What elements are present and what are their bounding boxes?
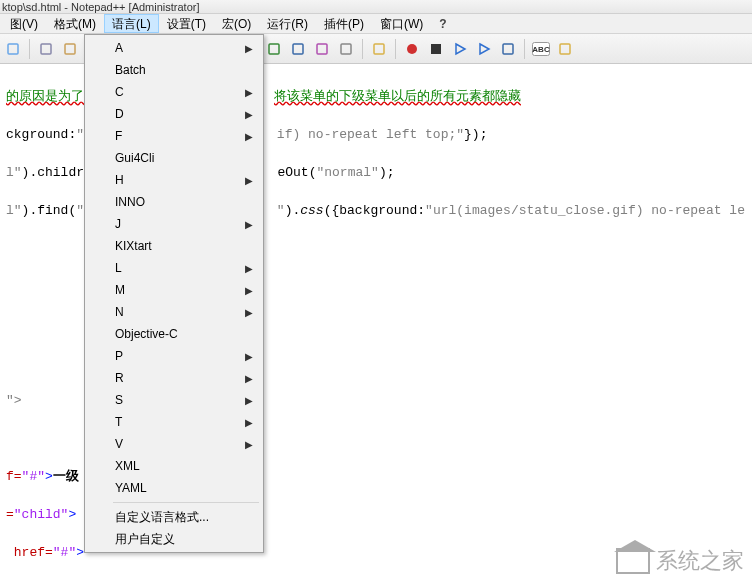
menu-item-5[interactable]: 运行(R): [259, 14, 316, 33]
lang-item-Gui4Cli[interactable]: Gui4Cli: [87, 147, 261, 169]
submenu-arrow-icon: ▶: [245, 439, 253, 450]
lang-item-R[interactable]: R▶: [87, 367, 261, 389]
lang-item-T[interactable]: T▶: [87, 411, 261, 433]
watermark-text: 系统之家: [656, 546, 744, 576]
spellcheck-button[interactable]: ABC: [530, 38, 552, 60]
toolbar-separator: [29, 39, 30, 59]
svg-rect-12: [341, 44, 351, 54]
play-multi-button[interactable]: [473, 38, 495, 60]
house-icon: [616, 548, 650, 574]
dropdown-item-label: XML: [115, 459, 140, 473]
indent-guide-icon: [339, 42, 353, 56]
dropdown-item-label: D: [115, 107, 124, 121]
lang-item-YAML[interactable]: YAML: [87, 477, 261, 499]
stop-macro-button[interactable]: [425, 38, 447, 60]
record-macro-button[interactable]: [401, 38, 423, 60]
code-text: ckground:: [6, 127, 76, 142]
spellcheck-icon: ABC: [532, 42, 550, 56]
new-file-button[interactable]: [2, 38, 24, 60]
svg-rect-13: [374, 44, 384, 54]
submenu-arrow-icon: ▶: [245, 417, 253, 428]
menu-item-7[interactable]: 窗口(W): [372, 14, 431, 33]
window-title: ktop\sd.html - Notepad++ [Administrator]: [0, 0, 752, 14]
code-text: href=: [6, 545, 53, 560]
dropdown-item-label: Objective-C: [115, 327, 178, 341]
code-text: "#": [53, 545, 76, 560]
submenu-arrow-icon: ▶: [245, 307, 253, 318]
paste-icon: [63, 42, 77, 56]
lang-item-用户自定义[interactable]: 用户自定义: [87, 528, 261, 550]
code-text: "child": [14, 507, 69, 522]
word-wrap-icon: [291, 42, 305, 56]
code-text: if) no-repeat left top;": [277, 127, 464, 142]
lang-item-M[interactable]: M▶: [87, 279, 261, 301]
show-all-button[interactable]: [311, 38, 333, 60]
paste-button[interactable]: [59, 38, 81, 60]
folder-lang-button[interactable]: [368, 38, 390, 60]
menu-item-6[interactable]: 插件(P): [316, 14, 372, 33]
dropdown-item-label: 自定义语言格式...: [115, 509, 209, 526]
copy-icon: [39, 42, 53, 56]
dropdown-item-label: C: [115, 85, 124, 99]
code-text: ({background:: [324, 203, 425, 218]
menu-item-2[interactable]: 语言(L): [104, 14, 159, 33]
menu-item-1[interactable]: 格式(M): [46, 14, 104, 33]
submenu-arrow-icon: ▶: [245, 131, 253, 142]
code-text: 将该菜单的下级菜单以后的所有元素都隐藏: [274, 89, 521, 104]
menu-item-3[interactable]: 设置(T): [159, 14, 214, 33]
lang-item-L[interactable]: L▶: [87, 257, 261, 279]
lang-item-F[interactable]: F▶: [87, 125, 261, 147]
lang-item-N[interactable]: N▶: [87, 301, 261, 323]
submenu-arrow-icon: ▶: [245, 87, 253, 98]
submenu-arrow-icon: ▶: [245, 373, 253, 384]
lang-item-Objective-C[interactable]: Objective-C: [87, 323, 261, 345]
lang-item-XML[interactable]: XML: [87, 455, 261, 477]
show-all-icon: [315, 42, 329, 56]
dropdown-item-label: H: [115, 173, 124, 187]
menu-item-8[interactable]: ?: [431, 14, 454, 33]
indent-guide-button[interactable]: [335, 38, 357, 60]
copy-button[interactable]: [35, 38, 57, 60]
sync-button[interactable]: [263, 38, 285, 60]
lang-item-INNO[interactable]: INNO: [87, 191, 261, 213]
new-file-icon: [6, 42, 20, 56]
folder-open-button[interactable]: [554, 38, 576, 60]
lang-item-V[interactable]: V▶: [87, 433, 261, 455]
submenu-arrow-icon: ▶: [245, 175, 253, 186]
lang-item-C[interactable]: C▶: [87, 81, 261, 103]
lang-item-H[interactable]: H▶: [87, 169, 261, 191]
code-text: "normal": [316, 165, 378, 180]
word-wrap-button[interactable]: [287, 38, 309, 60]
svg-rect-2: [65, 44, 75, 54]
lang-item-J[interactable]: J▶: [87, 213, 261, 235]
code-text: f=: [6, 469, 22, 484]
menu-item-0[interactable]: 图(V): [2, 14, 46, 33]
dropdown-item-label: N: [115, 305, 124, 319]
save-macro-button[interactable]: [497, 38, 519, 60]
lang-item-A[interactable]: A▶: [87, 37, 261, 59]
lang-item-P[interactable]: P▶: [87, 345, 261, 367]
play-macro-button[interactable]: [449, 38, 471, 60]
svg-rect-11: [317, 44, 327, 54]
dropdown-item-label: M: [115, 283, 125, 297]
lang-item-自定义语言格式...[interactable]: 自定义语言格式...: [87, 506, 261, 528]
code-text: eOut(: [277, 165, 316, 180]
lang-item-D[interactable]: D▶: [87, 103, 261, 125]
lang-item-Batch[interactable]: Batch: [87, 59, 261, 81]
lang-item-KIXtart[interactable]: KIXtart: [87, 235, 261, 257]
code-text: css: [300, 203, 323, 218]
dropdown-item-label: A: [115, 41, 123, 55]
menu-item-4[interactable]: 宏(O): [214, 14, 259, 33]
code-text: >: [45, 469, 53, 484]
language-dropdown: A▶BatchC▶D▶F▶Gui4CliH▶INNOJ▶KIXtartL▶M▶N…: [84, 34, 264, 553]
svg-rect-1: [41, 44, 51, 54]
dropdown-item-label: V: [115, 437, 123, 451]
dropdown-item-label: R: [115, 371, 124, 385]
sync-icon: [267, 42, 281, 56]
lang-item-S[interactable]: S▶: [87, 389, 261, 411]
stop-macro-icon: [429, 42, 443, 56]
code-text: >: [76, 545, 84, 560]
svg-rect-16: [503, 44, 513, 54]
dropdown-item-label: F: [115, 129, 122, 143]
watermark: 系统之家: [616, 546, 744, 576]
